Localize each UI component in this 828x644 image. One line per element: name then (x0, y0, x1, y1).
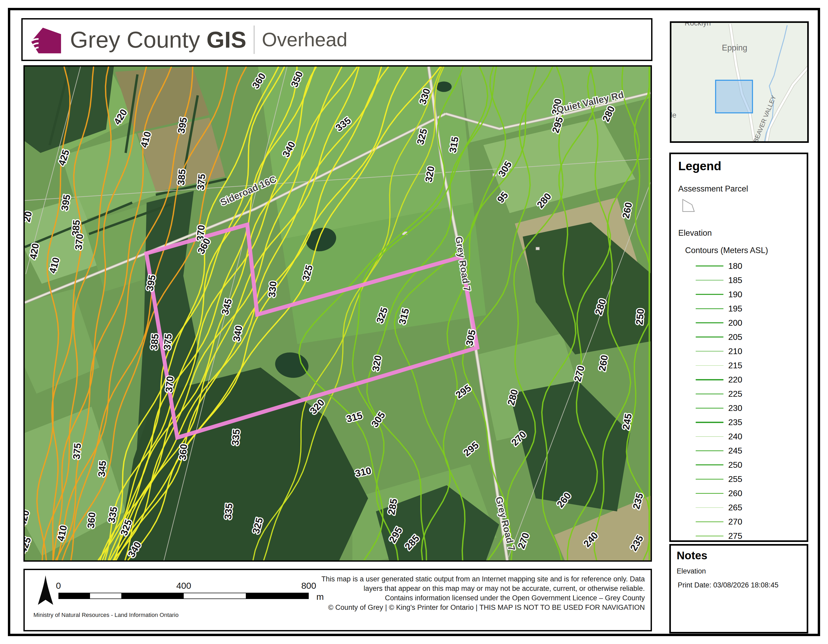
legend-contour-rows: 1801851901952002052102152202252302352402… (678, 259, 807, 543)
contour-label: 330 (267, 281, 278, 298)
inset-river (764, 25, 787, 141)
contour-line-swatch (696, 351, 723, 351)
legend-parcel-label: Assessment Parcel (678, 184, 807, 194)
inset-extent-box (716, 80, 753, 113)
legend-contour-row: 260 (678, 486, 807, 500)
contour-value-label: 220 (728, 375, 742, 385)
inset-overview-map: RocklynEppingleBEAVER VALLEY (670, 21, 809, 143)
legend-contour-row: 270 (678, 515, 807, 529)
scalebar-tick-label: 800 (301, 581, 316, 591)
contour-line-swatch (696, 379, 723, 381)
contour-label: 370 (73, 233, 85, 251)
scalebar-segment (59, 593, 90, 599)
aerial-imagery (25, 67, 651, 560)
contour-label: 375 (162, 333, 174, 350)
contour-label: 335 (230, 429, 242, 446)
disclaimer-line: © County of Grey | © King's Printer for … (321, 603, 645, 612)
title-divider (254, 25, 254, 54)
contour-label: 345 (96, 460, 108, 477)
contour-label: 375 (71, 443, 83, 460)
contour-value-label: 210 (728, 346, 742, 356)
notes-print-date: Print Date: 03/08/2026 18:08:45 (678, 581, 801, 589)
contour-value-label: 215 (728, 361, 742, 370)
scalebar-tick-label: 0 (56, 581, 61, 591)
pond (436, 81, 452, 92)
contour-line-swatch (696, 294, 723, 295)
scalebar-segment (121, 593, 184, 599)
header: Grey County GIS Overhead (21, 18, 652, 61)
contour-label: 385 (149, 333, 160, 350)
source-attribution: Ministry of Natural Resources - Land Inf… (33, 612, 179, 619)
legend-contour-row: 190 (678, 287, 807, 301)
contour-label: 370 (163, 376, 176, 393)
contour-line-swatch (696, 322, 723, 323)
legend-contour-row: 235 (678, 415, 807, 429)
contour-value-label: 180 (728, 261, 742, 271)
contour-line-swatch (696, 450, 723, 451)
legend-contour-row: 200 (678, 316, 807, 330)
legend-contour-row: 230 (678, 401, 807, 415)
brand-title: Grey County GIS (70, 26, 246, 53)
contour-value-label: 270 (728, 517, 742, 526)
legend-contour-row: 275 (678, 529, 807, 543)
contour-line-swatch (696, 365, 723, 366)
contour-value-label: 250 (728, 460, 742, 470)
legend-contour-row: 245 (678, 443, 807, 458)
disclaimer-line: layers that appear on this map may or ma… (321, 584, 645, 593)
legend-contours-label: Contours (Meters ASL) (685, 246, 807, 255)
contour-line-swatch (696, 393, 723, 394)
contour-label: 335 (223, 503, 235, 520)
disclaimer-text: This map is a user generated static outp… (321, 574, 645, 612)
scalebar-panel: 0400800 m Ministry of Natural Resources … (24, 569, 652, 631)
legend-contour-row: 180 (678, 259, 807, 273)
contour-value-label: 190 (728, 290, 742, 299)
legend-contour-row: 220 (678, 373, 807, 387)
contour-line-swatch (696, 522, 723, 522)
contour-line-swatch (696, 337, 723, 337)
contour-label: 385 (176, 169, 188, 186)
legend-contour-row: 250 (678, 458, 807, 472)
contour-label: 375 (195, 173, 207, 190)
inset-place-label: le (671, 111, 676, 119)
contour-value-label: 195 (728, 304, 742, 313)
contour-line-swatch (696, 479, 723, 479)
assessment-parcel-symbol (682, 198, 697, 214)
disclaimer-line: This map is a user generated static outp… (321, 574, 645, 584)
legend-contour-row: 215 (678, 358, 807, 373)
contour-value-label: 245 (728, 446, 742, 456)
brand-name: Grey County (70, 27, 200, 53)
inset-map-canvas: RocklynEppingleBEAVER VALLEY (671, 23, 807, 141)
scalebar-segment (246, 593, 308, 599)
contour-line-swatch (696, 265, 723, 266)
contour-value-label: 230 (728, 403, 742, 413)
disclaimer-line: Contains information licensed under the … (321, 593, 645, 603)
contour-value-label: 200 (728, 318, 742, 328)
legend-contour-row: 240 (678, 429, 807, 443)
contour-line-swatch (696, 308, 723, 309)
contour-value-label: 255 (728, 474, 742, 484)
contour-line-swatch (696, 536, 723, 536)
contour-label: 360 (177, 443, 189, 461)
notes-panel: Notes Elevation Print Date: 03/08/2026 1… (669, 544, 808, 633)
legend-contour-row: 210 (678, 344, 807, 358)
notes-title: Notes (677, 549, 801, 562)
contour-value-label: 260 (728, 489, 742, 498)
main-map: 4254204104204102042542041039538537537036… (24, 65, 652, 562)
scalebar-segment (184, 593, 246, 599)
legend-contour-row: 185 (678, 273, 807, 287)
contour-line-swatch (696, 436, 723, 437)
legend-contour-row: 205 (678, 330, 807, 344)
grey-county-logo-icon (31, 25, 63, 55)
map-canvas: 4254204104204102042542041039538537537036… (25, 67, 651, 560)
contour-line-swatch (696, 422, 723, 423)
brand-gis: GIS (206, 27, 246, 53)
building (536, 247, 539, 250)
legend-contour-row: 195 (678, 301, 807, 316)
contour-line-swatch (696, 408, 723, 409)
contour-value-label: 235 (728, 417, 742, 427)
contour-value-label: 240 (728, 432, 742, 442)
contour-value-label: 265 (728, 503, 742, 512)
contour-line-swatch (696, 464, 723, 465)
scalebar-tick-label: 400 (176, 581, 191, 591)
legend-title: Legend (678, 159, 807, 173)
